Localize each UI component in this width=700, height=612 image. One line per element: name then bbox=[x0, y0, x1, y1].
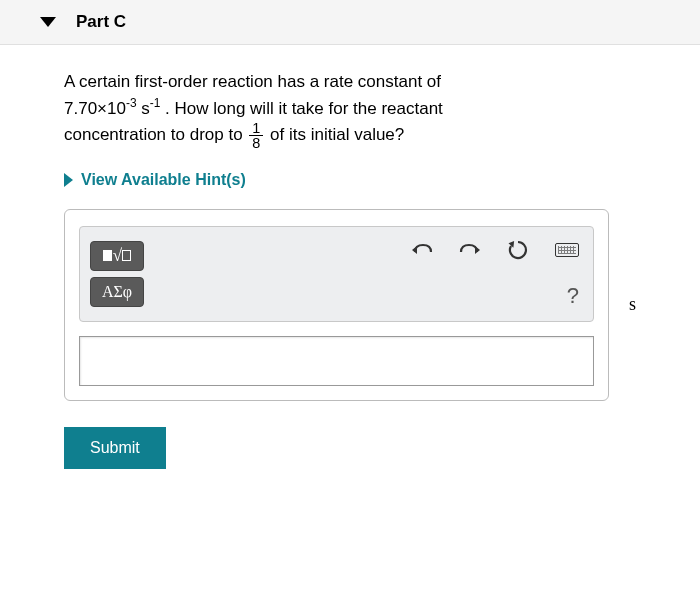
fraction: 18 bbox=[249, 121, 263, 151]
submit-button[interactable]: Submit bbox=[64, 427, 166, 469]
frac-den: 8 bbox=[249, 136, 263, 150]
undo-button[interactable] bbox=[407, 236, 437, 264]
hints-toggle[interactable]: View Available Hint(s) bbox=[64, 171, 636, 189]
toolbar-left: √ ΑΣφ bbox=[90, 241, 144, 307]
question-line1: A certain first-order reaction has a rat… bbox=[64, 72, 441, 91]
templates-button[interactable]: √ bbox=[90, 241, 144, 271]
root-icon: √ bbox=[113, 246, 121, 266]
content-area: A certain first-order reaction has a rat… bbox=[0, 45, 700, 489]
reset-button[interactable] bbox=[503, 235, 533, 265]
answer-box: √ ΑΣφ bbox=[64, 209, 609, 401]
question-text: A certain first-order reaction has a rat… bbox=[64, 69, 636, 151]
undo-icon bbox=[411, 240, 433, 260]
keyboard-button[interactable] bbox=[551, 239, 583, 261]
toolbar-right: ? bbox=[407, 235, 583, 313]
redo-button[interactable] bbox=[455, 236, 485, 264]
rate-unit-exp: -1 bbox=[150, 96, 161, 110]
greek-button[interactable]: ΑΣφ bbox=[90, 277, 144, 307]
frac-num: 1 bbox=[249, 121, 263, 136]
part-header[interactable]: Part C bbox=[0, 0, 700, 45]
question-line3-post: of its initial value? bbox=[265, 125, 404, 144]
collapse-icon bbox=[40, 17, 56, 27]
filled-box-icon bbox=[103, 250, 112, 261]
keyboard-icon bbox=[555, 243, 579, 257]
empty-box-icon bbox=[122, 250, 131, 261]
expand-icon bbox=[64, 173, 73, 187]
part-title: Part C bbox=[76, 12, 126, 32]
rate-unit-base: s bbox=[141, 98, 150, 117]
rate-exp: -3 bbox=[126, 96, 137, 110]
unit-label: s bbox=[629, 294, 636, 315]
question-line2-mid: . How long will it take for the reactant bbox=[160, 98, 443, 117]
answer-wrapper: √ ΑΣφ bbox=[64, 209, 636, 401]
hints-label: View Available Hint(s) bbox=[81, 171, 246, 189]
reset-icon bbox=[507, 239, 529, 261]
help-button[interactable]: ? bbox=[563, 279, 583, 313]
icon-row bbox=[407, 235, 583, 265]
redo-icon bbox=[459, 240, 481, 260]
question-line3-pre: concentration to drop to bbox=[64, 125, 247, 144]
equation-toolbar: √ ΑΣφ bbox=[79, 226, 594, 322]
answer-input[interactable] bbox=[79, 336, 594, 386]
rate-value: 7.70×10 bbox=[64, 98, 126, 117]
